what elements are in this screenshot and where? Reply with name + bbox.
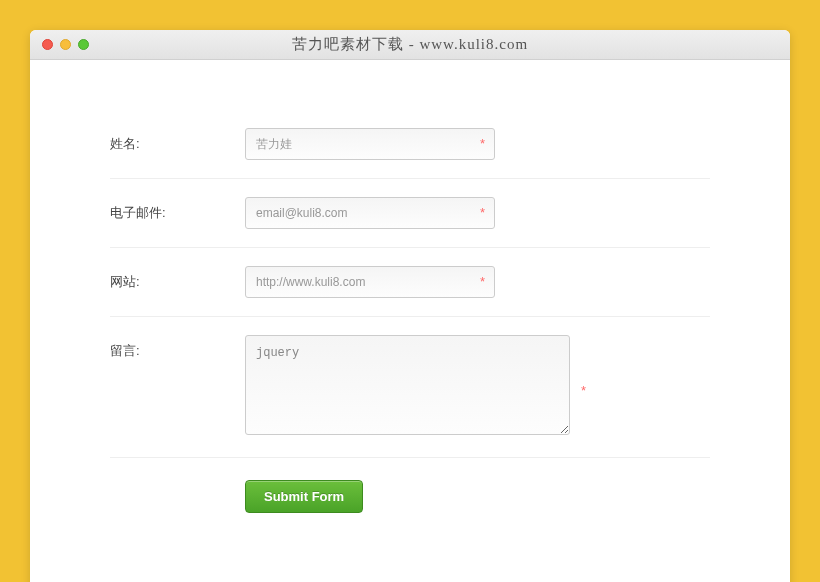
row-website: 网站: * xyxy=(110,248,710,317)
submit-button[interactable]: Submit Form xyxy=(245,480,363,513)
label-name: 姓名: xyxy=(110,128,245,153)
minimize-icon[interactable] xyxy=(60,39,71,50)
close-icon[interactable] xyxy=(42,39,53,50)
required-star-icon: * xyxy=(480,274,485,289)
form-content: 姓名: * 电子邮件: * 网站: * 留言: * xyxy=(30,60,790,582)
email-input[interactable] xyxy=(245,197,495,229)
row-email: 电子邮件: * xyxy=(110,179,710,248)
row-name: 姓名: * xyxy=(110,110,710,179)
field-name: * xyxy=(245,128,495,160)
required-star-icon: * xyxy=(480,136,485,151)
website-input[interactable] xyxy=(245,266,495,298)
field-email: * xyxy=(245,197,495,229)
field-comment: * xyxy=(245,335,570,439)
app-window: 苦力吧素材下载 - www.kuli8.com 姓名: * 电子邮件: * 网站… xyxy=(30,30,790,582)
label-comment: 留言: xyxy=(110,335,245,360)
titlebar: 苦力吧素材下载 - www.kuli8.com xyxy=(30,30,790,60)
traffic-lights xyxy=(30,39,89,50)
name-input[interactable] xyxy=(245,128,495,160)
label-spacer xyxy=(110,480,245,487)
row-comment: 留言: * xyxy=(110,317,710,458)
window-title: 苦力吧素材下载 - www.kuli8.com xyxy=(30,35,790,54)
required-star-icon: * xyxy=(480,205,485,220)
field-submit: Submit Form xyxy=(245,480,363,513)
row-submit: Submit Form xyxy=(110,458,710,531)
maximize-icon[interactable] xyxy=(78,39,89,50)
label-email: 电子邮件: xyxy=(110,197,245,222)
field-website: * xyxy=(245,266,495,298)
comment-textarea[interactable] xyxy=(245,335,570,435)
required-star-icon: * xyxy=(581,383,586,398)
label-website: 网站: xyxy=(110,266,245,291)
